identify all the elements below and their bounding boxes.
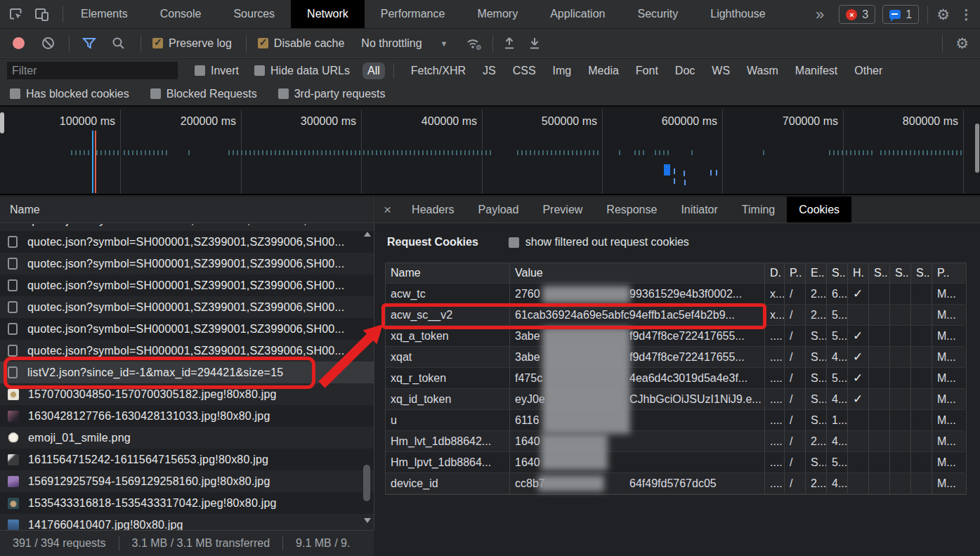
error-count-badge[interactable]: × 3 [839,5,875,24]
request-row[interactable]: 1569129257594-1569129258160.jpg!80x80.jp… [0,470,374,492]
filter-type-wasm[interactable]: Wasm [747,65,778,77]
column-header-s[interactable]: S.. [911,263,932,284]
request-row[interactable]: quotec.json?symbol=SH000001,SZ399001,SZ3… [0,318,374,340]
request-row[interactable]: quotec.json?symbol=SH000001,SZ399001,SZ3… [0,231,374,253]
request-row[interactable]: 1611564715242-1611564715653.jpg!80x80.jp… [0,449,374,470]
request-row[interactable]: emoji_01_smile.png [0,427,374,449]
filter-type-all[interactable]: All [362,62,385,79]
column-header-s[interactable]: S.. [827,263,848,284]
column-header-value[interactable]: Value [510,263,765,284]
cookie-row-xqat[interactable]: xqat3abef9d47f8ce722417655......./S...4.… [386,347,966,368]
column-header-s[interactable]: S.. [869,263,890,284]
cookie-row-xq-r-token[interactable]: xq_r_tokenf475c4ea6d4c3019d5a4e3f.......… [386,368,966,389]
filter-type-font[interactable]: Font [636,65,658,77]
cookie-row-xq-id-token[interactable]: xq_id_tokeneyJ0eCJhbGciOiJSUzI1NiJ9.e...… [386,389,966,410]
disable-cache-checkbox[interactable]: Disable cache [258,37,345,50]
has-blocked-cookies-checkbox[interactable]: Has blocked cookies [10,88,129,100]
request-row[interactable]: quotec.json?symbol=SH000001,SZ399001,SZ3… [0,253,374,274]
cookie-row-acw-sc-v2[interactable]: acw_sc__v261cab36924a69e5abfc94effb1ac5e… [386,305,966,326]
column-header-p[interactable]: P.. [932,263,965,284]
column-header-h[interactable]: H. [848,263,869,284]
column-header-e[interactable]: E.. [806,263,827,284]
filter-type-css[interactable]: CSS [513,65,536,77]
hide-data-urls-checkbox[interactable]: Hide data URLs [254,65,350,77]
timeline-left-handle[interactable] [0,112,4,133]
request-row-partial[interactable]: quotec.json?symbol=SH000001,SZ399001,SZ3… [0,224,374,231]
tab-sources[interactable]: Sources [217,0,291,28]
network-settings-gear-icon[interactable]: ⚙ [955,35,969,52]
filter-type-ws[interactable]: WS [712,65,730,77]
timeline-right-handle[interactable] [975,124,979,173]
tab-security[interactable]: Security [621,0,694,28]
detail-tab-initiator[interactable]: Initiator [669,197,729,223]
detail-tab-cookies[interactable]: Cookies [787,197,851,223]
inspect-element-icon[interactable] [8,7,23,22]
invert-checkbox[interactable]: Invert [195,65,239,77]
export-har-icon[interactable] [528,37,541,51]
detail-tab-preview[interactable]: Preview [530,197,594,223]
settings-gear-icon[interactable]: ⚙ [936,6,950,23]
detail-tab-headers[interactable]: Headers [400,197,466,223]
tab-application[interactable]: Application [534,0,621,28]
cookie-row-hm-lpvt-1db8864[interactable]: Hm_lpvt_1db8864...1640..../S...5...M... [386,452,966,473]
filter-type-doc[interactable]: Doc [675,65,695,77]
more-tabs-icon[interactable]: » [816,6,822,24]
clear-network-log-icon[interactable] [41,37,55,50]
name-column-header[interactable]: Name [0,197,374,223]
request-row[interactable]: quotec.json?symbol=SH000001,SZ399001,SZ3… [0,274,374,296]
import-har-icon[interactable] [503,37,516,51]
tab-network[interactable]: Network [291,0,365,28]
issues-count-badge[interactable]: 1 [882,5,919,24]
tab-elements[interactable]: Elements [65,0,144,28]
close-detail-icon[interactable]: × [375,197,400,223]
cookie-row-xq-a-token[interactable]: xq_a_token3abef9d47f8ce722417655......./… [386,326,966,347]
tab-lighthouse[interactable]: Lighthouse [694,0,781,28]
tab-memory[interactable]: Memory [461,0,534,28]
filter-type-fetch-xhr[interactable]: Fetch/XHR [411,65,466,77]
request-row[interactable]: listV2.json?since_id=-1&max_id=294421&si… [0,362,374,383]
show-filtered-checkbox[interactable] [509,237,519,248]
blocked-requests-checkbox[interactable]: Blocked Requests [150,88,257,100]
scroll-up-icon[interactable] [364,228,371,237]
throttling-select[interactable]: No throttling ▼ [355,37,447,50]
column-header-p[interactable]: P.. [785,263,806,284]
scroll-thumb[interactable] [363,465,370,501]
detail-tab-payload[interactable]: Payload [466,197,531,223]
filter-input[interactable]: Filter [7,62,178,79]
cookie-row-device-id[interactable]: device_idcc8b764f49fd5767dc05..../2...4.… [386,473,966,494]
preserve-log-checkbox[interactable]: Preserve log [152,37,232,50]
filter-type-js[interactable]: JS [483,65,496,77]
scroll-down-icon[interactable] [364,518,371,527]
detail-tab-response[interactable]: Response [594,197,669,223]
filter-type-other[interactable]: Other [854,65,882,77]
column-header-d[interactable]: D. [765,263,785,284]
tab-performance[interactable]: Performance [365,0,462,28]
column-header-s[interactable]: S.. [890,263,911,284]
cookie-row-acw-tc[interactable]: acw_tc276099361529e4b3f0002...x.../2...6… [386,284,966,305]
cookie-value-suffix: 64f49fd5767dc05 [629,473,717,494]
cookie-row-u[interactable]: u6116..../S...1...M... [386,410,966,431]
tab-console[interactable]: Console [144,0,218,28]
request-row[interactable]: 1570700304850-1570700305182.jpeg!80x80.j… [0,383,374,405]
toggle-device-toolbar-icon[interactable] [34,7,50,22]
filter-funnel-icon[interactable] [82,37,96,49]
request-row[interactable]: quotec.json?symbol=SH000001,SZ399001,SZ3… [0,340,374,362]
column-header-name[interactable]: Name [386,263,510,284]
request-row[interactable]: 1535433316818-1535433317042.jpeg!80x80.j… [0,492,374,514]
requests-scrollbar[interactable] [362,226,371,528]
request-row[interactable]: quotec.json?symbol=SH000001,SZ399001,SZ3… [0,296,374,318]
request-row[interactable]: 1417660410407.jpg!80x80.jpg [0,514,374,530]
search-icon[interactable] [112,37,125,50]
record-network-log-icon[interactable] [13,37,25,49]
kebab-menu-icon[interactable]: ⋮ [957,6,976,22]
request-row[interactable]: 1630428127766-1630428131033.jpg!80x80.jp… [0,405,374,427]
3rd-party-requests-checkbox[interactable]: 3rd-party requests [278,88,386,100]
timeline-activity-tick [655,150,656,155]
detail-tab-timing[interactable]: Timing [730,197,787,223]
network-overview-timeline[interactable]: 100000 ms200000 ms300000 ms400000 ms5000… [0,107,980,195]
network-conditions-icon[interactable]: ⚙ [466,37,483,51]
filter-type-img[interactable]: Img [553,65,572,77]
filter-type-manifest[interactable]: Manifest [795,65,837,77]
filter-type-media[interactable]: Media [588,65,619,77]
cookie-row-hm-lvt-1db88642[interactable]: Hm_lvt_1db88642...1640..../2...4...M... [386,431,966,452]
